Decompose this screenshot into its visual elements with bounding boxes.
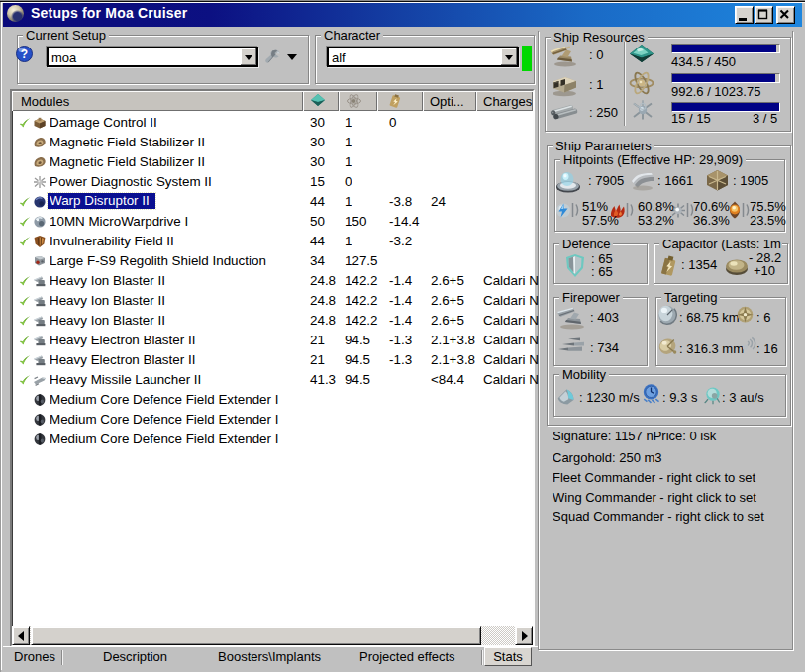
svg-text:?: ?	[21, 48, 28, 61]
